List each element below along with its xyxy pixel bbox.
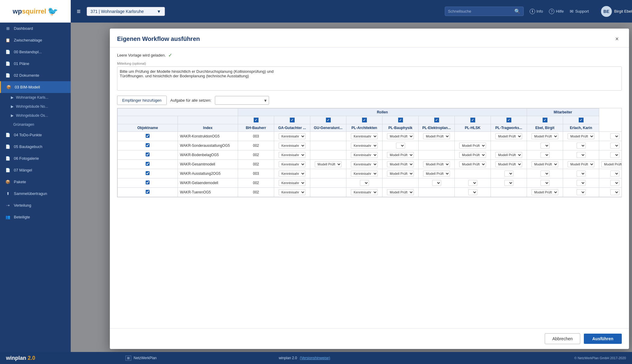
cell-select-empty[interactable] bbox=[577, 152, 586, 158]
cell-select[interactable]: Modell Prüft bbox=[459, 143, 486, 149]
cell-select[interactable]: Kenntnisahr bbox=[351, 152, 378, 158]
cell-select[interactable]: Modell Prüft bbox=[387, 189, 414, 195]
cell-select[interactable]: Kenntnisahr bbox=[279, 171, 305, 177]
sidebar-item-bim-modell[interactable]: 📦 03 BIM-Modell bbox=[0, 81, 71, 93]
execute-button[interactable]: Ausführen bbox=[584, 334, 622, 344]
chk-elekt-icon[interactable]: ✓ bbox=[434, 118, 439, 122]
cell-select-empty[interactable] bbox=[541, 143, 550, 149]
sidebar-item-bestandsplaene[interactable]: 📄 00 Bestandspl... bbox=[0, 46, 71, 58]
cell-select[interactable]: Modell Prüft bbox=[423, 133, 450, 139]
cell-select-empty[interactable] bbox=[577, 171, 586, 177]
cell-select-empty[interactable] bbox=[504, 180, 513, 186]
sidebar-item-maengel[interactable]: 📄 07 Mängel bbox=[0, 164, 71, 176]
chk-trag-icon[interactable]: ✓ bbox=[507, 118, 511, 122]
row-checkbox[interactable] bbox=[146, 171, 150, 175]
sidebar-sub-item-nord[interactable]: ▶ Wohngebäude No... bbox=[11, 102, 71, 111]
sidebar-item-bautagebuch[interactable]: 📄 05 Bautagebuch bbox=[0, 141, 71, 153]
sidebar-sub-item-wohnanlage[interactable]: ▶ Wohnanlage Karls... bbox=[11, 93, 71, 102]
cell-select-empty[interactable] bbox=[610, 152, 619, 158]
cell-select[interactable]: Modell Prüft bbox=[495, 133, 522, 139]
cell-select-empty[interactable] bbox=[610, 180, 619, 186]
sidebar-item-beteiligte[interactable]: 👥 Beteiligte bbox=[0, 211, 71, 223]
cell-select[interactable]: Kenntnisahr bbox=[279, 152, 305, 158]
cell-select[interactable]: Kenntnisahr bbox=[351, 143, 378, 149]
cell-select[interactable]: Kenntnisahr bbox=[279, 161, 305, 167]
row-checkbox[interactable] bbox=[146, 190, 150, 194]
search-icon[interactable]: 🔍 bbox=[514, 8, 520, 14]
task-set-select[interactable] bbox=[215, 96, 269, 105]
row-checkbox[interactable] bbox=[146, 134, 150, 138]
chk-arch-icon[interactable]: ✓ bbox=[362, 118, 367, 122]
cell-select[interactable]: Modell Prüft bbox=[531, 161, 558, 167]
cell-select[interactable]: Modell Prüft bbox=[387, 171, 414, 177]
cell-select[interactable]: Modell Prüft bbox=[315, 161, 342, 167]
cell-select-empty[interactable] bbox=[541, 180, 550, 186]
chk-bau-icon[interactable]: ✓ bbox=[398, 118, 403, 122]
cell-select-empty[interactable] bbox=[541, 171, 550, 177]
cell-select-empty[interactable] bbox=[610, 133, 619, 139]
cell-select-empty[interactable] bbox=[468, 189, 477, 195]
nav-support[interactable]: ✉ Support bbox=[570, 9, 589, 14]
user-menu[interactable]: BE Birgit Ebel bbox=[601, 6, 632, 17]
cell-select[interactable]: Modell Prüft bbox=[423, 161, 450, 167]
cell-select[interactable]: Modell Prüft bbox=[495, 152, 522, 158]
sidebar-item-plaene[interactable]: 📄 01 Pläne bbox=[0, 58, 71, 69]
row-checkbox[interactable] bbox=[146, 162, 150, 166]
cell-select[interactable]: Modell Prüft bbox=[459, 161, 486, 167]
message-textarea[interactable]: Bitte um Prüfung der Modelle hinsichtlic… bbox=[117, 66, 622, 91]
sidebar-item-dashboard[interactable]: ⊞ Dashboard bbox=[0, 23, 71, 34]
chk-hlsk-icon[interactable]: ✓ bbox=[470, 118, 475, 122]
row-checkbox[interactable] bbox=[146, 143, 150, 147]
cell-select[interactable]: Kenntnisahr bbox=[279, 189, 305, 195]
chk-bh-icon[interactable]: ✓ bbox=[254, 118, 259, 122]
cell-select-empty[interactable] bbox=[468, 180, 477, 186]
sidebar-item-sammeluebertragung[interactable]: ⬆ Sammelübertragun bbox=[0, 188, 71, 199]
nav-hilfe[interactable]: ? Hilfe bbox=[549, 9, 564, 14]
cell-select[interactable]: Kenntnisahr bbox=[351, 161, 378, 167]
sidebar-item-verteilung[interactable]: ⇢ Verteilung bbox=[0, 199, 71, 211]
project-selector[interactable]: 371 | Wohnanlage Karlsruhe ▼ bbox=[87, 7, 165, 16]
sidebar-item-pakete[interactable]: 📦 Pakete bbox=[0, 176, 71, 188]
search-input[interactable] bbox=[448, 9, 514, 14]
cell-select-empty[interactable] bbox=[577, 180, 586, 186]
cell-select-empty[interactable] bbox=[541, 152, 550, 158]
modal-close-button[interactable]: × bbox=[612, 34, 622, 44]
cell-select[interactable]: Modell Prüft bbox=[387, 152, 414, 158]
cell-select-empty[interactable] bbox=[610, 143, 619, 149]
cell-select-empty[interactable] bbox=[396, 143, 405, 149]
add-recipient-button[interactable]: Empfänger hinzufügen bbox=[117, 96, 167, 105]
cell-select[interactable]: Kenntnisahr bbox=[351, 171, 378, 177]
cell-select-empty[interactable] bbox=[360, 180, 369, 186]
cell-select-empty[interactable] bbox=[432, 180, 441, 186]
cell-select[interactable]: Modell Prüft bbox=[495, 161, 522, 167]
cell-select-empty[interactable] bbox=[577, 189, 586, 195]
sidebar-item-fotogalerie[interactable]: 📄 06 Fotogalerie bbox=[0, 153, 71, 164]
cell-select[interactable]: Modell Prüft bbox=[601, 161, 622, 167]
cell-select[interactable]: Modell Prüft bbox=[568, 161, 594, 167]
cell-select[interactable]: Kenntnisahr bbox=[351, 133, 378, 139]
cell-select[interactable]: Modell Prüft bbox=[423, 171, 450, 177]
cell-select-empty[interactable] bbox=[610, 189, 619, 195]
cell-select-empty[interactable] bbox=[504, 171, 513, 177]
row-checkbox[interactable] bbox=[146, 153, 150, 156]
nav-info[interactable]: ℹ Info bbox=[530, 9, 543, 14]
chk-erlach-icon[interactable]: ✓ bbox=[579, 118, 584, 122]
cell-select[interactable]: Modell Prüft bbox=[531, 189, 558, 195]
sidebar-item-dokumente[interactable]: 📄 02 Dokumente bbox=[0, 69, 71, 81]
cancel-button[interactable]: Abbrechen bbox=[545, 333, 580, 344]
cell-select-empty[interactable] bbox=[610, 171, 619, 177]
cell-select[interactable]: Kenntnisahr bbox=[279, 180, 305, 186]
cell-select[interactable]: Kenntnisahr bbox=[279, 143, 305, 149]
chk-ga-icon[interactable]: ✓ bbox=[290, 118, 295, 122]
chk-gu-icon[interactable]: ✓ bbox=[326, 118, 331, 122]
cell-select[interactable]: Modell Prüft bbox=[459, 152, 486, 158]
cell-select[interactable]: Kenntnisahr bbox=[279, 133, 305, 139]
hamburger-icon[interactable]: ≡ bbox=[77, 8, 81, 15]
cell-select[interactable]: Modell Prüft bbox=[387, 133, 414, 139]
sidebar-sub-item-gruenanlagen[interactable]: Grünanlagen bbox=[11, 120, 71, 129]
sidebar-item-zwischenablage[interactable]: 📋 Zwischenablage bbox=[0, 34, 71, 46]
sidebar-sub-item-ost[interactable]: ▶ Wohngebäude Os... bbox=[11, 111, 71, 120]
cell-select[interactable]: Modell Prüft bbox=[387, 161, 414, 167]
search-box[interactable]: 🔍 bbox=[445, 7, 524, 16]
version-link[interactable]: (Versionshinweise) bbox=[300, 356, 330, 360]
